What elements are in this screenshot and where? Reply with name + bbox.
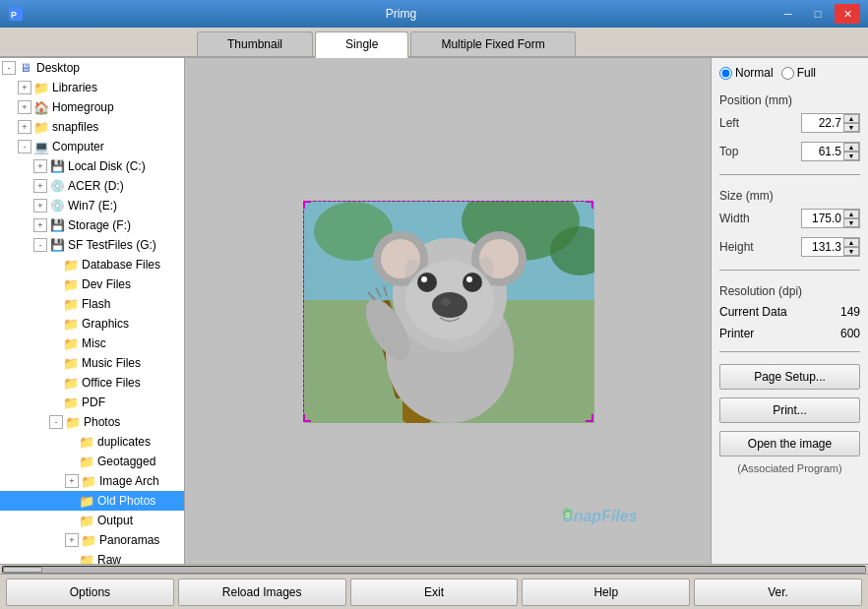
drive-g-icon: 💾 [49,237,65,253]
sidebar-item-panoramas[interactable]: + 📁 Panoramas [0,530,184,550]
sidebar-item-pdf[interactable]: 📁 PDF [0,393,184,412]
expand-desktop[interactable]: - [2,61,16,75]
sidebar-item-acer-d[interactable]: + 💿 ACER (D:) [0,176,184,196]
scroll-track[interactable] [2,566,866,574]
sidebar-item-duplicates[interactable]: 📁 duplicates [0,432,184,452]
sidebar-item-local-disk-c[interactable]: + 💾 Local Disk (C:) [0,156,184,176]
svg-point-20 [421,276,427,282]
tab-single[interactable]: Single [315,31,408,58]
width-spin-down[interactable]: ▼ [843,218,859,227]
sidebar-item-misc[interactable]: 📁 Misc [0,334,184,353]
sidebar-item-dev-files[interactable]: 📁 Dev Files [0,274,184,294]
orientation-group: Normal Full [719,66,860,80]
raw-icon: 📁 [79,552,94,564]
expand-panoramas[interactable]: + [65,533,79,547]
sidebar-item-music-files[interactable]: 📁 Music Files [0,353,184,373]
left-field-row: Left ▲ ▼ [719,113,860,133]
expand-local-disk-c[interactable]: + [33,159,47,173]
sidebar-item-output[interactable]: 📁 Output [0,511,184,530]
sidebar-item-database-files[interactable]: 📁 Database Files [0,255,184,274]
reload-images-button[interactable]: Reload Images [178,579,346,606]
bottom-toolbar: Options Reload Images Exit Help Ver. [0,574,868,609]
sidebar-item-win7-e[interactable]: + 💿 Win7 (E:) [0,196,184,215]
ver-button[interactable]: Ver. [694,579,862,606]
width-input-wrap: ▲ ▼ [801,209,860,228]
preview-area: SnapFiles S [185,58,711,564]
top-input-wrap: ▲ ▼ [801,142,860,161]
print-button[interactable]: Print... [719,397,860,423]
radio-normal-label[interactable]: Normal [719,66,774,80]
sidebar-item-snapfiles[interactable]: + 📁 snapfiles [0,117,184,137]
expand-libraries[interactable]: + [18,81,31,94]
radio-full-label[interactable]: Full [781,66,816,80]
sidebar-item-computer[interactable]: - 💻 Computer [0,137,184,156]
exit-button[interactable]: Exit [350,579,519,606]
current-data-row: Current Data 149 [719,304,860,320]
title-bar: P Primg ─ □ ✕ [0,0,868,28]
sidebar-item-photos[interactable]: - 📁 Photos [0,412,184,432]
close-button[interactable]: ✕ [835,4,860,24]
sidebar-item-graphics[interactable]: 📁 Graphics [0,314,184,334]
sidebar-item-libraries[interactable]: + 📁 Libraries [0,78,184,97]
tab-thumbnail[interactable]: Thumbnail [197,31,313,56]
maximize-button[interactable]: □ [805,4,831,24]
height-spin-down[interactable]: ▼ [843,247,859,256]
handle-tl[interactable] [303,201,311,209]
tab-multiple-fixed-form[interactable]: Multiple Fixed Form [410,31,575,56]
sidebar-item-sf-testfiles-g[interactable]: - 💾 SF TestFiles (G:) [0,235,184,255]
svg-point-19 [463,273,482,292]
svg-point-23 [478,257,494,280]
left-spin-down[interactable]: ▼ [843,123,859,132]
handle-tr[interactable] [586,201,593,209]
expand-photos[interactable]: - [49,415,63,429]
graphics-icon: 📁 [63,316,79,332]
handle-bl[interactable] [303,414,311,422]
sidebar-item-homegroup[interactable]: + 🏠 Homegroup [0,97,184,117]
left-spin-up[interactable]: ▲ [843,114,859,123]
desktop-icon: 🖥 [18,60,33,76]
image-arch-icon: 📁 [81,473,96,489]
sidebar-item-raw[interactable]: 📁 Raw [0,550,184,564]
divider-2 [719,270,860,271]
svg-text:S: S [565,511,571,519]
sidebar-item-desktop[interactable]: - 🖥 Desktop [0,58,184,78]
svg-text:P: P [11,10,17,20]
scroll-thumb[interactable] [3,567,42,573]
radio-full[interactable] [781,67,794,80]
expand-win7-e[interactable]: + [33,199,47,213]
printer-label: Printer [719,327,754,340]
expand-image-arch[interactable]: + [65,474,79,488]
expand-snapfiles[interactable]: + [18,120,31,134]
sidebar-item-flash[interactable]: 📁 Flash [0,294,184,314]
pdf-icon: 📁 [63,395,79,410]
sidebar-item-image-arch[interactable]: + 📁 Image Arch [0,471,184,491]
handle-br[interactable] [586,414,593,422]
sidebar-item-old-photos[interactable]: 📁 Old Photos [0,491,184,511]
width-spin-up[interactable]: ▲ [843,210,859,218]
music-files-icon: 📁 [63,355,79,371]
open-image-button[interactable]: Open the image [719,431,860,457]
sidebar-item-office-files[interactable]: 📁 Office Files [0,373,184,393]
expand-storage-f[interactable]: + [33,218,47,232]
position-label: Position (mm) [719,93,860,107]
expand-homegroup[interactable]: + [18,100,31,114]
help-button[interactable]: Help [522,579,690,606]
top-spin-down[interactable]: ▼ [843,152,859,160]
sidebar-item-geotagged[interactable]: 📁 Geotagged [0,452,184,471]
height-spin-btns: ▲ ▼ [843,238,859,256]
app-icon: P [8,6,24,22]
height-spin-up[interactable]: ▲ [843,238,859,247]
minimize-button[interactable]: ─ [775,4,801,24]
scroll-container [0,564,868,574]
top-spin-up[interactable]: ▲ [843,143,859,152]
expand-acer-d[interactable]: + [33,179,47,193]
page-setup-button[interactable]: Page Setup... [719,364,860,390]
office-files-icon: 📁 [63,375,79,391]
expand-sf-testfiles-g[interactable]: - [33,238,47,252]
expand-computer[interactable]: - [18,140,31,153]
options-button[interactable]: Options [6,579,174,606]
width-spin-btns: ▲ ▼ [843,210,859,227]
radio-normal[interactable] [719,67,732,80]
sidebar-item-storage-f[interactable]: + 💾 Storage (F:) [0,215,184,235]
resolution-label: Resolution (dpi) [719,284,860,298]
